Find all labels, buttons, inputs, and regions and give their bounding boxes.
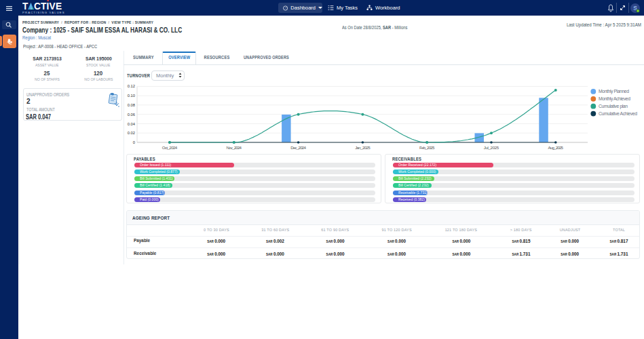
svg-text:Oct_2024: Oct_2024 bbox=[162, 145, 178, 150]
svg-text:0.12: 0.12 bbox=[128, 84, 135, 88]
svg-text:0: 0 bbox=[133, 140, 135, 144]
svg-text:Dec_2024: Dec_2024 bbox=[290, 145, 306, 150]
svg-text:Aug_2025: Aug_2025 bbox=[548, 145, 564, 150]
svg-text:0.04: 0.04 bbox=[128, 122, 136, 126]
svg-text:Monthly Achieved: Monthly Achieved bbox=[599, 96, 630, 102]
svg-text:Nov_2024: Nov_2024 bbox=[227, 145, 242, 150]
svg-text:Cumulative Achieved: Cumulative Achieved bbox=[599, 111, 637, 116]
svg-text:Monthly Planned: Monthly Planned bbox=[599, 89, 629, 94]
svg-text:0.08: 0.08 bbox=[128, 103, 135, 107]
svg-text:Feb_2025: Feb_2025 bbox=[419, 145, 435, 150]
svg-text:0.10: 0.10 bbox=[128, 94, 135, 98]
svg-text:0.06: 0.06 bbox=[128, 113, 135, 117]
svg-text:0.02: 0.02 bbox=[128, 131, 135, 135]
svg-text:Cumulative plan: Cumulative plan bbox=[599, 104, 628, 109]
svg-text:Jul_2025: Jul_2025 bbox=[484, 145, 499, 150]
svg-text:Jan_2025: Jan_2025 bbox=[355, 145, 371, 150]
